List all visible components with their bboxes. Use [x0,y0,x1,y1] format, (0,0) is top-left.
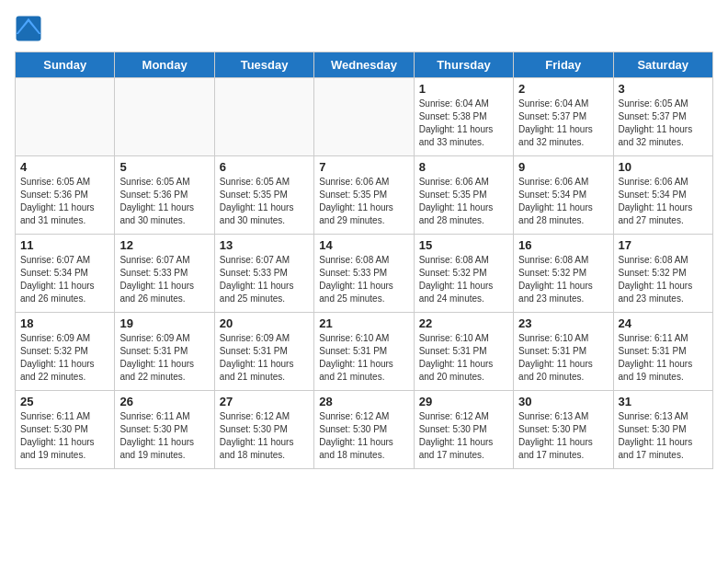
calendar-cell: 21Sunrise: 6:10 AMSunset: 5:31 PMDayligh… [314,313,414,391]
calendar-cell: 28Sunrise: 6:12 AMSunset: 5:30 PMDayligh… [314,391,414,469]
day-number: 11 [20,238,109,252]
day-number: 18 [20,316,109,330]
day-info: Sunrise: 6:12 AMSunset: 5:30 PMDaylight:… [419,410,508,462]
calendar-cell: 15Sunrise: 6:08 AMSunset: 5:32 PMDayligh… [414,235,513,313]
day-info: Sunrise: 6:11 AMSunset: 5:30 PMDaylight:… [119,410,209,462]
day-number: 10 [619,160,708,174]
day-number: 23 [518,316,608,330]
day-info: Sunrise: 6:05 AMSunset: 5:36 PMDaylight:… [20,176,109,227]
calendar-cell: 7Sunrise: 6:06 AMSunset: 5:35 PMDaylight… [314,156,414,235]
calendar-cell: 18Sunrise: 6:09 AMSunset: 5:32 PMDayligh… [16,313,115,391]
calendar-week-3: 11Sunrise: 6:07 AMSunset: 5:34 PMDayligh… [16,235,713,313]
calendar-cell: 31Sunrise: 6:13 AMSunset: 5:30 PMDayligh… [613,391,712,469]
calendar-cell: 8Sunrise: 6:06 AMSunset: 5:35 PMDaylight… [414,156,513,235]
calendar-week-2: 4Sunrise: 6:05 AMSunset: 5:36 PMDaylight… [16,156,713,235]
day-info: Sunrise: 6:06 AMSunset: 5:34 PMDaylight:… [518,176,608,227]
calendar-cell: 6Sunrise: 6:05 AMSunset: 5:35 PMDaylight… [214,156,313,235]
calendar-cell: 10Sunrise: 6:06 AMSunset: 5:34 PMDayligh… [613,156,712,235]
day-number: 5 [119,160,209,174]
day-number: 21 [319,316,408,330]
day-info: Sunrise: 6:07 AMSunset: 5:33 PMDaylight:… [119,254,209,305]
calendar-cell: 24Sunrise: 6:11 AMSunset: 5:31 PMDayligh… [613,313,712,391]
day-number: 19 [119,316,209,330]
day-info: Sunrise: 6:10 AMSunset: 5:31 PMDaylight:… [419,332,508,384]
calendar-cell: 5Sunrise: 6:05 AMSunset: 5:36 PMDaylight… [115,156,214,235]
day-header-tuesday: Tuesday [214,52,313,78]
calendar-cell: 19Sunrise: 6:09 AMSunset: 5:31 PMDayligh… [115,313,214,391]
day-info: Sunrise: 6:13 AMSunset: 5:30 PMDaylight:… [619,410,708,462]
day-info: Sunrise: 6:08 AMSunset: 5:32 PMDaylight:… [518,254,608,305]
day-info: Sunrise: 6:07 AMSunset: 5:34 PMDaylight:… [20,254,109,305]
day-info: Sunrise: 6:04 AMSunset: 5:37 PMDaylight:… [518,98,608,149]
day-number: 22 [419,316,508,330]
day-info: Sunrise: 6:10 AMSunset: 5:31 PMDaylight:… [518,332,608,384]
calendar-cell [16,78,115,156]
calendar-cell: 2Sunrise: 6:04 AMSunset: 5:37 PMDaylight… [514,78,613,156]
day-number: 2 [518,82,608,96]
day-header-saturday: Saturday [613,52,712,78]
day-info: Sunrise: 6:06 AMSunset: 5:34 PMDaylight:… [619,176,708,227]
day-info: Sunrise: 6:05 AMSunset: 5:37 PMDaylight:… [619,98,708,149]
day-number: 17 [619,238,708,252]
day-number: 27 [220,395,309,408]
calendar-cell: 13Sunrise: 6:07 AMSunset: 5:33 PMDayligh… [214,235,313,313]
calendar-week-4: 18Sunrise: 6:09 AMSunset: 5:32 PMDayligh… [16,313,713,391]
day-number: 12 [119,238,209,252]
day-header-friday: Friday [514,52,613,78]
calendar-cell: 22Sunrise: 6:10 AMSunset: 5:31 PMDayligh… [414,313,513,391]
day-header-thursday: Thursday [414,52,513,78]
day-number: 1 [419,82,508,96]
calendar-cell: 26Sunrise: 6:11 AMSunset: 5:30 PMDayligh… [115,391,214,469]
calendar-cell: 27Sunrise: 6:12 AMSunset: 5:30 PMDayligh… [214,391,313,469]
day-number: 25 [20,395,109,408]
day-number: 20 [220,316,309,330]
day-number: 26 [119,395,209,408]
day-number: 9 [518,160,608,174]
calendar-week-5: 25Sunrise: 6:11 AMSunset: 5:30 PMDayligh… [16,391,713,469]
calendar-table: SundayMondayTuesdayWednesdayThursdayFrid… [15,52,713,469]
day-info: Sunrise: 6:08 AMSunset: 5:32 PMDaylight:… [619,254,708,305]
calendar-cell: 25Sunrise: 6:11 AMSunset: 5:30 PMDayligh… [16,391,115,469]
day-info: Sunrise: 6:12 AMSunset: 5:30 PMDaylight:… [220,410,309,462]
calendar-cell: 4Sunrise: 6:05 AMSunset: 5:36 PMDaylight… [16,156,115,235]
page-header [15,15,713,42]
calendar-cell: 3Sunrise: 6:05 AMSunset: 5:37 PMDaylight… [613,78,712,156]
day-number: 4 [20,160,109,174]
calendar-cell: 17Sunrise: 6:08 AMSunset: 5:32 PMDayligh… [613,235,712,313]
day-info: Sunrise: 6:11 AMSunset: 5:31 PMDaylight:… [619,332,708,384]
day-info: Sunrise: 6:10 AMSunset: 5:31 PMDaylight:… [319,332,408,384]
day-info: Sunrise: 6:05 AMSunset: 5:35 PMDaylight:… [220,176,309,227]
logo-icon [15,15,42,42]
day-info: Sunrise: 6:07 AMSunset: 5:33 PMDaylight:… [220,254,309,305]
day-header-wednesday: Wednesday [314,52,414,78]
calendar-cell: 1Sunrise: 6:04 AMSunset: 5:38 PMDaylight… [414,78,513,156]
calendar-cell: 16Sunrise: 6:08 AMSunset: 5:32 PMDayligh… [514,235,613,313]
calendar-cell [115,78,214,156]
calendar-cell: 9Sunrise: 6:06 AMSunset: 5:34 PMDaylight… [514,156,613,235]
day-number: 30 [518,395,608,408]
calendar-cell: 20Sunrise: 6:09 AMSunset: 5:31 PMDayligh… [214,313,313,391]
day-info: Sunrise: 6:09 AMSunset: 5:31 PMDaylight:… [119,332,209,384]
day-info: Sunrise: 6:08 AMSunset: 5:32 PMDaylight:… [419,254,508,305]
day-info: Sunrise: 6:04 AMSunset: 5:38 PMDaylight:… [419,98,508,149]
calendar-cell [314,78,414,156]
calendar-cell: 11Sunrise: 6:07 AMSunset: 5:34 PMDayligh… [16,235,115,313]
day-number: 13 [220,238,309,252]
calendar-cell: 29Sunrise: 6:12 AMSunset: 5:30 PMDayligh… [414,391,513,469]
day-number: 7 [319,160,408,174]
day-info: Sunrise: 6:06 AMSunset: 5:35 PMDaylight:… [419,176,508,227]
day-info: Sunrise: 6:08 AMSunset: 5:33 PMDaylight:… [319,254,408,305]
day-number: 31 [619,395,708,408]
day-info: Sunrise: 6:05 AMSunset: 5:36 PMDaylight:… [119,176,209,227]
day-number: 24 [619,316,708,330]
day-header-sunday: Sunday [16,52,115,78]
day-number: 3 [619,82,708,96]
calendar-cell: 14Sunrise: 6:08 AMSunset: 5:33 PMDayligh… [314,235,414,313]
day-info: Sunrise: 6:12 AMSunset: 5:30 PMDaylight:… [319,410,408,462]
calendar-cell: 12Sunrise: 6:07 AMSunset: 5:33 PMDayligh… [115,235,214,313]
calendar-week-1: 1Sunrise: 6:04 AMSunset: 5:38 PMDaylight… [16,78,713,156]
day-info: Sunrise: 6:09 AMSunset: 5:31 PMDaylight:… [220,332,309,384]
day-info: Sunrise: 6:11 AMSunset: 5:30 PMDaylight:… [20,410,109,462]
day-number: 16 [518,238,608,252]
day-info: Sunrise: 6:09 AMSunset: 5:32 PMDaylight:… [20,332,109,384]
